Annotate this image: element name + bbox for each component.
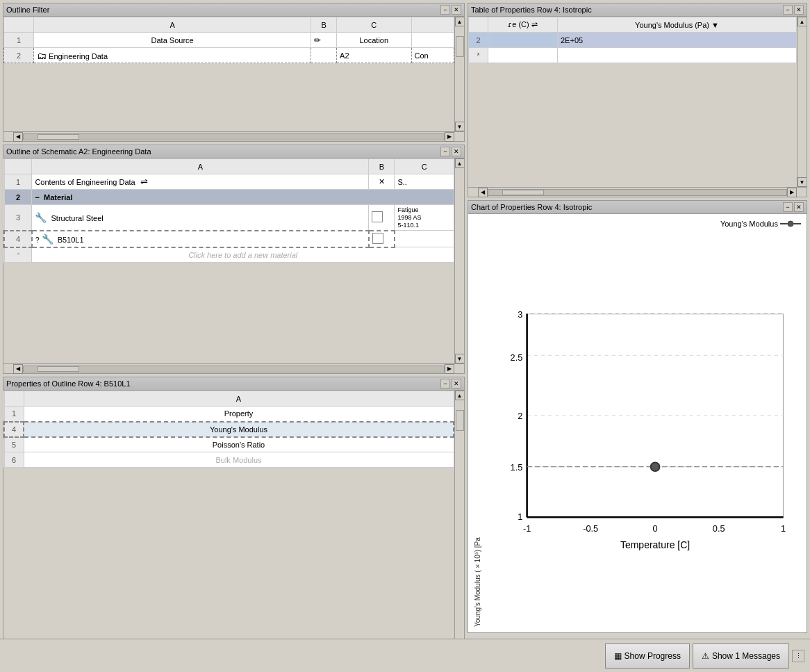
os-row-2: 2 − Material	[4, 190, 454, 205]
outline-schematic-table: A B C 1 Contents of Engineering Data ⇌	[3, 158, 454, 263]
os-cell-contents: Contents of Engineering Data ⇌	[32, 174, 369, 190]
outline-schematic-close[interactable]: ✕	[452, 147, 461, 156]
of-col-extra	[411, 17, 454, 33]
tp-scroll-down[interactable]: ▼	[797, 177, 807, 187]
show-progress-button[interactable]: ▦ Show Progress	[605, 644, 690, 669]
tp-cell-temp2	[488, 33, 558, 48]
svg-point-1	[788, 221, 793, 227]
os-row-3[interactable]: 3 🔧 Structural Steel Fatigue1998 AS5-110…	[4, 205, 454, 231]
of-hscrollbar[interactable]: ◀ ▶	[3, 131, 464, 141]
pp-row-6[interactable]: 6 Bulk Modulus	[4, 452, 454, 468]
outline-filter-table: A B C 1 Data Source ✏	[3, 17, 454, 63]
os-hscrollbar[interactable]: ◀ ▶	[3, 363, 464, 373]
of-cell-datasource: Data Source	[33, 33, 311, 48]
of-hthumb[interactable]	[38, 134, 79, 140]
os-scroll-right[interactable]: ▶	[445, 364, 454, 374]
tp-vscrollbar[interactable]: ▲ ▼	[797, 17, 807, 187]
tp-col-temp: ɾe (C) ⇌	[488, 17, 558, 33]
of-row-1[interactable]: 1 Data Source ✏ Location	[4, 33, 454, 48]
tp-scroll-left[interactable]: ◀	[478, 188, 488, 197]
of-cell-con: Con	[411, 48, 454, 63]
bottom-bar: ▦ Show Progress ⚠ Show 1 Messages ⋮	[0, 639, 810, 672]
tp-cell-value2[interactable]: 2E+05	[558, 33, 797, 48]
os-row-1[interactable]: 1 Contents of Engineering Data ⇌ ✕ S..	[4, 174, 454, 190]
bottom-extra-btn[interactable]: ⋮	[792, 650, 804, 662]
os-cell-c1: S..	[395, 174, 454, 190]
tp-scroll-right[interactable]: ▶	[787, 188, 797, 197]
properties-minimize[interactable]: −	[440, 379, 450, 388]
os-col-b: B	[369, 159, 395, 174]
table-properties-panel: Table of Properties Row 4: Isotropic − ✕…	[468, 3, 807, 197]
collapse-icon[interactable]: −	[35, 193, 39, 202]
outline-schematic-minimize[interactable]: −	[440, 147, 450, 156]
of-scroll-left[interactable]: ◀	[13, 132, 23, 142]
chart-panel: Chart of Properties Row 4: Isotropic − ✕…	[468, 200, 807, 633]
tp-scroll-up[interactable]: ▲	[797, 17, 807, 26]
os-cell-b4	[369, 231, 395, 247]
show-progress-label: Show Progress	[625, 651, 681, 661]
chart-close[interactable]: ✕	[794, 202, 804, 212]
os-row-4[interactable]: 4 ? 🔧 B510L1	[4, 231, 454, 247]
os-scroll-up[interactable]: ▲	[455, 158, 465, 168]
os-row-star[interactable]: * Click here to add a new material	[4, 247, 454, 263]
tp-cell-value-star	[558, 48, 797, 63]
add-material-placeholder: Click here to add a new material	[188, 251, 297, 259]
pp-row-4[interactable]: 4 Young's Modulus	[4, 422, 454, 437]
show-messages-label: Show 1 Messages	[712, 651, 780, 661]
of-col-b: B	[311, 17, 337, 33]
of-row-2[interactable]: 2 🗂 Engineering Data A2 Con	[4, 48, 454, 63]
pp-vscrollbar[interactable]: ▲ ▼	[454, 391, 464, 659]
tp-table: ɾe (C) ⇌ Young's Modulus (Pa) ▼ 2 2E+05	[468, 17, 797, 63]
os-vscrollbar[interactable]: ▲ ▼	[454, 158, 464, 363]
show-messages-button[interactable]: ⚠ Show 1 Messages	[693, 644, 789, 669]
pp-row-5[interactable]: 5 Poisson's Ratio	[4, 437, 454, 452]
os-htrack[interactable]	[23, 366, 445, 372]
legend-line-icon	[780, 220, 801, 228]
os-col-num	[4, 159, 32, 174]
of-scroll-right[interactable]: ▶	[445, 132, 454, 142]
of-scroll-down[interactable]: ▼	[455, 122, 465, 131]
tp-close[interactable]: ✕	[794, 5, 804, 15]
os-scroll-down[interactable]: ▼	[455, 354, 465, 363]
chart-titlebar: Chart of Properties Row 4: Isotropic − ✕	[468, 201, 807, 214]
os-cell-add[interactable]: Click here to add a new material	[32, 247, 454, 263]
progress-icon: ▦	[614, 651, 622, 661]
chart-minimize[interactable]: −	[783, 202, 793, 212]
contents-icon: ⇌	[140, 177, 148, 187]
of-scroll-thumb[interactable]	[456, 36, 464, 57]
os-cell-c3: Fatigue1998 AS5-110.1	[395, 205, 454, 231]
pp-col-a: A	[24, 391, 454, 407]
outline-filter-minimize[interactable]: −	[440, 5, 450, 15]
checkbox-b3[interactable]	[372, 211, 383, 222]
tp-hscrollbar[interactable]: ◀ ▶	[468, 187, 807, 197]
outline-filter-title: Outline Filter	[6, 6, 49, 14]
pp-scroll-thumb[interactable]	[456, 410, 464, 431]
of-htrack[interactable]	[23, 133, 445, 140]
chart-legend: Young's Modulus	[474, 220, 801, 228]
outline-filter-close[interactable]: ✕	[452, 5, 461, 15]
outline-schematic-titlebar: Outline of Schematic A2: Engineering Dat…	[3, 145, 464, 158]
outline-filter-panel: Outline Filter − ✕ A B C	[3, 3, 465, 142]
svg-text:0: 0	[653, 523, 658, 534]
properties-panel: Properties of Outline Row 4: B510L1 − ✕ …	[3, 377, 465, 669]
os-scroll-left[interactable]: ◀	[13, 364, 23, 374]
of-vscrollbar[interactable]: ▲ ▼	[454, 17, 464, 131]
tp-hthumb[interactable]	[502, 190, 544, 195]
of-col-num	[4, 17, 34, 33]
tp-htrack[interactable]	[488, 189, 787, 196]
pencil-icon: ✏	[314, 35, 321, 45]
pp-col-num	[4, 391, 24, 407]
tp-col-num	[469, 17, 488, 33]
tp-titlebar: Table of Properties Row 4: Isotropic − ✕	[468, 3, 807, 17]
b510l1-mat-icon: 🔧	[42, 233, 53, 245]
os-hthumb[interactable]	[38, 366, 79, 372]
tp-row-2[interactable]: 2 2E+05	[469, 33, 797, 48]
outline-schematic-panel: Outline of Schematic A2: Engineering Dat…	[3, 145, 465, 374]
pp-scroll-up[interactable]: ▲	[455, 391, 465, 400]
properties-close[interactable]: ✕	[452, 379, 461, 388]
os-cell-b510l1: ? 🔧 B510L1	[32, 231, 369, 247]
tp-minimize[interactable]: −	[783, 5, 793, 15]
checkbox-b4[interactable]	[372, 233, 383, 244]
of-scroll-up[interactable]: ▲	[455, 17, 465, 26]
tp-row-star[interactable]: *	[469, 48, 797, 63]
